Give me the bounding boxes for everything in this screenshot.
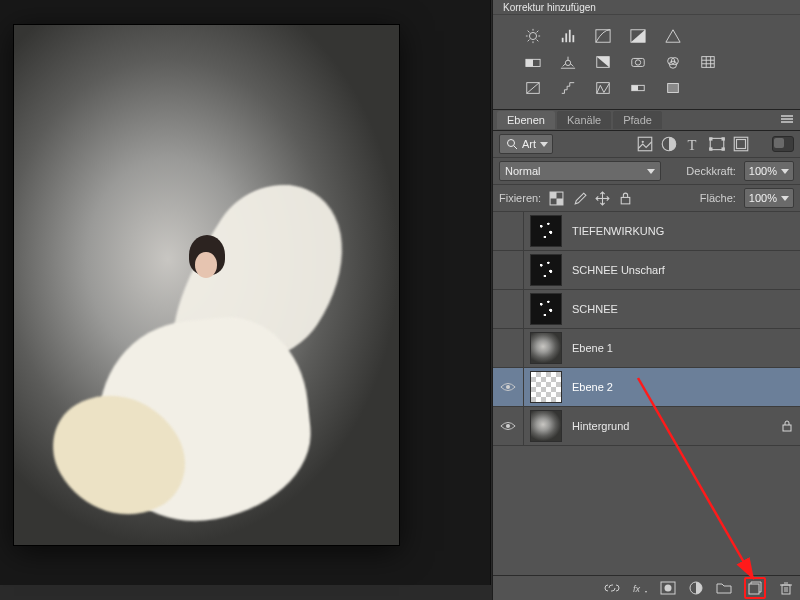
layer-row[interactable]: Hintergrund [493, 407, 800, 446]
layer-name[interactable]: Ebene 2 [572, 381, 792, 393]
layer-visibility-toggle[interactable] [493, 407, 524, 445]
svg-rect-50 [722, 147, 725, 150]
threshold-icon[interactable] [593, 79, 613, 97]
delete-layer-icon[interactable] [778, 580, 794, 596]
svg-rect-48 [722, 137, 725, 140]
layer-visibility-toggle[interactable] [493, 251, 524, 289]
svg-rect-68 [782, 585, 790, 594]
svg-rect-52 [737, 140, 746, 149]
tab-layers[interactable]: Ebenen [497, 111, 555, 129]
lock-transparency-icon[interactable] [549, 191, 564, 206]
brightness-contrast-icon[interactable] [523, 27, 543, 45]
layer-style-icon[interactable]: fx [632, 580, 648, 596]
layer-filter-kind-combo[interactable]: Art [499, 134, 553, 154]
svg-marker-15 [666, 30, 680, 42]
chevron-down-icon [781, 169, 789, 174]
opacity-input[interactable]: 100% [744, 161, 794, 181]
layer-row[interactable]: Ebene 2 [493, 368, 800, 407]
layers-panel-tabs: Ebenen Kanäle Pfade [493, 109, 800, 131]
svg-rect-11 [569, 30, 571, 42]
layer-thumbnail[interactable] [530, 254, 562, 286]
layer-row[interactable]: TIEFENWIRKUNG [493, 212, 800, 251]
layer-name[interactable]: Hintergrund [572, 420, 782, 432]
filter-smart-icon[interactable] [732, 135, 750, 153]
invert-icon[interactable] [523, 79, 543, 97]
layer-filter-kind-label: Art [522, 138, 536, 150]
svg-point-65 [665, 585, 672, 592]
svg-text:T: T [687, 137, 696, 153]
svg-line-7 [528, 40, 530, 42]
fill-label: Fläche: [700, 192, 736, 204]
posterize-icon[interactable] [558, 79, 578, 97]
svg-rect-67 [749, 584, 759, 594]
new-group-icon[interactable] [716, 580, 732, 596]
lock-pixels-icon[interactable] [572, 191, 587, 206]
tab-paths[interactable]: Pfade [613, 111, 662, 129]
selective-color-icon[interactable] [663, 79, 683, 97]
svg-rect-32 [597, 83, 609, 94]
layer-thumbnail[interactable] [530, 371, 562, 403]
lock-all-icon[interactable] [618, 191, 633, 206]
channel-mixer-icon[interactable] [663, 53, 683, 71]
photo-filter-icon[interactable] [628, 53, 648, 71]
layer-filter-row: Art T [493, 131, 800, 158]
link-layers-icon[interactable] [604, 580, 620, 596]
right-panel-stack: Korrektur hinzufügen Ebenen Kanäle [492, 0, 800, 600]
color-balance-icon[interactable] [558, 53, 578, 71]
layer-visibility-toggle[interactable] [493, 290, 524, 328]
layer-thumbnail[interactable] [530, 332, 562, 364]
svg-rect-35 [668, 84, 679, 93]
chevron-down-icon [781, 196, 789, 201]
svg-rect-47 [709, 137, 712, 140]
layer-name[interactable]: SCHNEE [572, 303, 792, 315]
svg-rect-9 [562, 38, 564, 42]
canvas-illustration [69, 180, 359, 540]
blend-mode-combo[interactable]: Normal [499, 161, 661, 181]
layer-thumbnail[interactable] [530, 215, 562, 247]
fill-value: 100% [749, 192, 777, 204]
layer-visibility-toggle[interactable] [493, 212, 524, 250]
hue-saturation-icon[interactable] [523, 53, 543, 71]
panel-menu-icon[interactable] [780, 114, 800, 126]
fill-input[interactable]: 100% [744, 188, 794, 208]
svg-marker-63 [645, 591, 647, 593]
layer-thumbnail[interactable] [530, 410, 562, 442]
new-adjustment-layer-icon[interactable] [688, 580, 704, 596]
layer-name[interactable]: TIEFENWIRKUNG [572, 225, 792, 237]
layer-visibility-toggle[interactable] [493, 368, 524, 406]
layer-name[interactable]: SCHNEE Unscharf [572, 264, 792, 276]
tab-channels[interactable]: Kanäle [557, 111, 611, 129]
layer-row[interactable]: SCHNEE [493, 290, 800, 329]
curves-icon[interactable] [593, 27, 613, 45]
layer-list[interactable]: TIEFENWIRKUNGSCHNEE UnscharfSCHNEEEbene … [493, 212, 800, 446]
add-mask-icon[interactable] [660, 580, 676, 596]
layer-row[interactable]: SCHNEE Unscharf [493, 251, 800, 290]
lock-fill-row: Fixieren: Fläche: 100% [493, 185, 800, 212]
layer-visibility-toggle[interactable] [493, 329, 524, 367]
layer-row[interactable]: Ebene 1 [493, 329, 800, 368]
svg-point-0 [529, 32, 536, 39]
canvas-viewport[interactable] [0, 0, 491, 585]
lock-label: Fixieren: [499, 192, 541, 204]
layer-name[interactable]: Ebene 1 [572, 342, 792, 354]
filter-adjustment-icon[interactable] [660, 135, 678, 153]
opacity-value: 100% [749, 165, 777, 177]
lock-position-icon[interactable] [595, 191, 610, 206]
levels-icon[interactable] [558, 27, 578, 45]
filter-pixel-icon[interactable] [636, 135, 654, 153]
svg-rect-13 [596, 30, 610, 42]
black-white-icon[interactable] [593, 53, 613, 71]
vibrance-icon[interactable] [663, 27, 683, 45]
document-canvas[interactable] [14, 25, 399, 545]
svg-rect-55 [557, 198, 563, 204]
color-lookup-icon[interactable] [698, 53, 718, 71]
new-layer-icon[interactable] [744, 577, 766, 599]
exposure-icon[interactable] [628, 27, 648, 45]
layer-thumbnail[interactable] [530, 293, 562, 325]
filter-type-icon[interactable]: T [684, 135, 702, 153]
layer-filter-toggle[interactable] [772, 136, 794, 152]
svg-point-40 [508, 140, 515, 147]
svg-line-41 [514, 146, 517, 149]
gradient-map-icon[interactable] [628, 79, 648, 97]
filter-shape-icon[interactable] [708, 135, 726, 153]
